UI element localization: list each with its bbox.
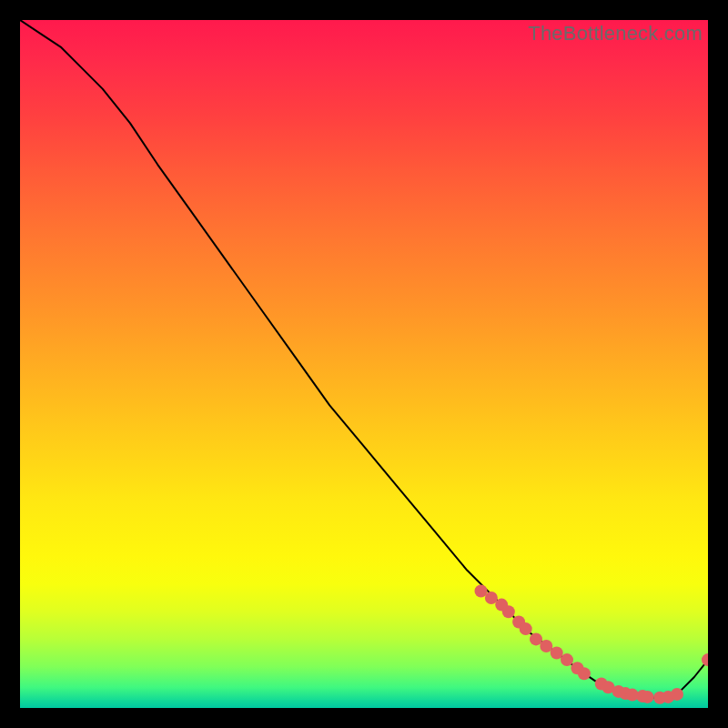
highlight-dot bbox=[671, 688, 683, 701]
highlight-dots bbox=[475, 585, 709, 704]
highlight-dot bbox=[475, 585, 488, 598]
curve-line bbox=[20, 20, 708, 698]
plot-area: TheBottleneck.com bbox=[20, 20, 708, 708]
highlight-dot bbox=[702, 653, 708, 666]
highlight-dot bbox=[578, 667, 591, 680]
chart-frame: TheBottleneck.com bbox=[0, 0, 728, 728]
highlight-dot bbox=[642, 691, 654, 703]
highlight-dot bbox=[540, 640, 552, 652]
highlight-dot bbox=[502, 605, 515, 618]
chart-svg bbox=[20, 20, 708, 708]
highlight-dot bbox=[561, 653, 573, 666]
highlight-dot bbox=[520, 622, 532, 635]
